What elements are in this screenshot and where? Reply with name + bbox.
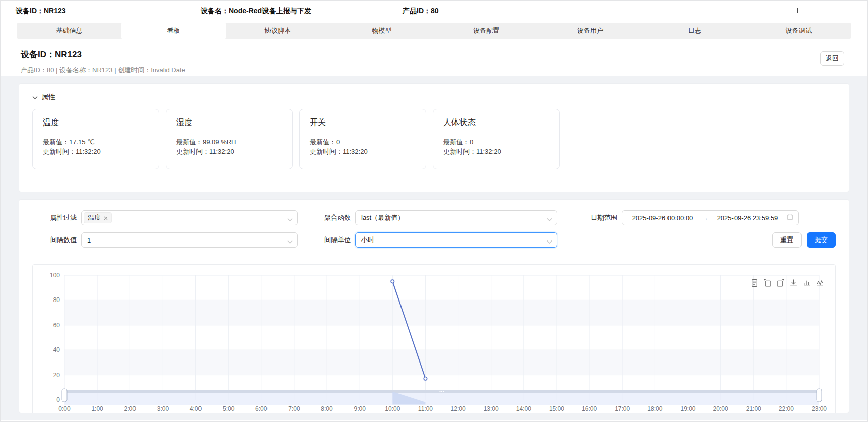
property-title: 温度 bbox=[43, 117, 149, 128]
x-axis-tick-label: 14:00 bbox=[516, 405, 531, 412]
filter-row-2: 间隔数值 1 间隔单位 小时 bbox=[32, 232, 836, 248]
x-axis-tick-label: 15:00 bbox=[549, 405, 564, 412]
property-updated-time: 更新时间：11:32:20 bbox=[443, 147, 549, 156]
x-axis-tick-label: 19:00 bbox=[680, 405, 695, 412]
aggregate-function-value: last（最新值） bbox=[361, 213, 404, 222]
page-title: 设备ID：NR123 bbox=[21, 49, 867, 61]
datazoom-handle-left[interactable] bbox=[62, 389, 67, 402]
x-axis-tick-label: 2:00 bbox=[124, 405, 137, 412]
x-axis-tick-label: 8:00 bbox=[321, 405, 333, 412]
y-axis-tick-label: 40 bbox=[53, 346, 60, 353]
chart-area[interactable]: 0204060801000:001:002:003:004:005:006:00… bbox=[32, 264, 836, 413]
data-point[interactable] bbox=[391, 280, 394, 283]
collapse-panel-icon[interactable] bbox=[792, 8, 798, 13]
property-latest-value: 最新值：0 bbox=[443, 137, 549, 147]
x-axis-tick-label: 3:00 bbox=[157, 405, 169, 412]
submit-button[interactable]: 提交 bbox=[807, 232, 836, 248]
reset-button[interactable]: 重置 bbox=[772, 232, 802, 248]
x-axis-tick-label: 0:00 bbox=[58, 405, 71, 412]
x-axis-tick-label: 18:00 bbox=[647, 405, 662, 412]
chevron-down-icon bbox=[287, 216, 293, 223]
x-axis-tick-label: 17:00 bbox=[615, 405, 630, 412]
toolbox-switch-bar-icon[interactable] bbox=[803, 279, 811, 287]
property-card: 开关最新值：0更新时间：11:32:20 bbox=[299, 109, 426, 169]
datazoom-slider[interactable] bbox=[64, 390, 819, 405]
attribute-filter-select[interactable]: 温度 bbox=[81, 210, 298, 225]
page-header: 设备ID：NR123 产品ID：80 | 设备名称：NR123 | 创建时间：I… bbox=[1, 39, 867, 76]
y-axis-tick-label: 60 bbox=[53, 322, 60, 329]
toolbox-save-as-image-icon[interactable] bbox=[789, 279, 798, 287]
property-updated-time: 更新时间：11:32:20 bbox=[176, 147, 282, 156]
aggregate-function-label: 聚合函数 bbox=[324, 213, 351, 222]
calendar-icon bbox=[787, 214, 793, 222]
interval-value-label: 间隔数值 bbox=[50, 235, 77, 245]
x-axis-tick-label: 20:00 bbox=[713, 405, 728, 412]
date-range-label: 日期范围 bbox=[591, 213, 617, 222]
query-card: 属性过滤 温度 聚合函数 bbox=[19, 199, 849, 413]
x-axis-tick-label: 12:00 bbox=[451, 405, 466, 412]
tab-item[interactable]: 设备用户 bbox=[538, 23, 642, 39]
filter-tag[interactable]: 温度 bbox=[84, 212, 112, 223]
property-card: 湿度最新值：99.09 %RH更新时间：11:32:20 bbox=[166, 109, 293, 169]
date-range-start[interactable]: 2025-09-26 00:00:00 bbox=[627, 214, 698, 222]
device-detail-window: 设备ID：NR123 设备名：Node-Red设备上报与下发 产品ID：80 基… bbox=[0, 0, 868, 422]
x-axis-tick-label: 22:00 bbox=[779, 405, 794, 412]
line-chart-canvas[interactable]: 0204060801000:001:002:003:004:005:006:00… bbox=[33, 265, 836, 413]
tag-close-icon[interactable] bbox=[104, 214, 108, 222]
toolbox-restore-icon[interactable] bbox=[776, 279, 785, 287]
topbar-product-id: 产品ID：80 bbox=[403, 7, 439, 16]
tab-bar: 基础信息看板协议脚本物模型设备配置设备用户日志设备调试 bbox=[17, 23, 851, 39]
chart-split-band bbox=[64, 350, 819, 375]
date-range-picker[interactable]: 2025-09-26 00:00:00 → 2025-09-26 23:59:5… bbox=[622, 210, 799, 225]
property-title: 湿度 bbox=[176, 117, 282, 128]
chevron-down-icon bbox=[547, 238, 552, 246]
tab-item[interactable]: 日志 bbox=[642, 23, 747, 39]
y-axis-tick-label: 20 bbox=[53, 372, 60, 379]
x-axis-tick-label: 7:00 bbox=[288, 405, 300, 412]
tab-item[interactable]: 基础信息 bbox=[17, 23, 121, 39]
x-axis-tick-label: 10:00 bbox=[385, 405, 400, 412]
tab-item[interactable]: 物模型 bbox=[330, 23, 434, 39]
x-axis-tick-label: 9:00 bbox=[354, 405, 366, 412]
interval-unit-select[interactable]: 小时 bbox=[355, 232, 557, 248]
date-range-end[interactable]: 2025-09-26 23:59:59 bbox=[712, 214, 783, 222]
back-button[interactable]: 返回 bbox=[820, 51, 844, 66]
attribute-filter-label: 属性过滤 bbox=[50, 213, 77, 222]
property-updated-time: 更新时间：11:32:20 bbox=[43, 147, 149, 156]
x-axis-tick-label: 11:00 bbox=[418, 405, 433, 412]
tab-item[interactable]: 设备配置 bbox=[434, 23, 539, 39]
tab-item[interactable]: 协议脚本 bbox=[226, 23, 330, 39]
x-axis-tick-label: 4:00 bbox=[190, 405, 202, 412]
properties-section-title: 属性 bbox=[41, 93, 55, 102]
property-cards-row: 温度最新值：17.15 ℃更新时间：11:32:20湿度最新值：99.09 %R… bbox=[32, 109, 836, 169]
properties-card: 属性 温度最新值：17.15 ℃更新时间：11:32:20湿度最新值：99.09… bbox=[19, 83, 849, 192]
toolbox-switch-line-icon[interactable] bbox=[816, 279, 824, 287]
y-axis-tick-label: 0 bbox=[56, 396, 60, 403]
property-updated-time: 更新时间：11:32:20 bbox=[310, 147, 416, 156]
filter-row-1: 属性过滤 温度 聚合函数 bbox=[32, 210, 836, 226]
data-point[interactable] bbox=[424, 377, 427, 380]
x-axis-tick-label: 23:00 bbox=[812, 405, 827, 412]
property-latest-value: 最新值：0 bbox=[310, 137, 416, 147]
x-axis-tick-label: 13:00 bbox=[484, 405, 499, 412]
filter-tag-label: 温度 bbox=[88, 213, 101, 222]
toolbox-data-view-icon[interactable] bbox=[750, 279, 759, 287]
property-title: 人体状态 bbox=[443, 117, 549, 128]
property-latest-value: 最新值：17.15 ℃ bbox=[43, 137, 149, 147]
toolbox-data-zoom-icon[interactable] bbox=[763, 279, 772, 287]
tab-item[interactable]: 设备调试 bbox=[747, 23, 851, 39]
x-axis-tick-label: 5:00 bbox=[223, 405, 235, 412]
page-subtitle: 产品ID：80 | 设备名称：NR123 | 创建时间：Invalid Date bbox=[21, 66, 867, 75]
property-title: 开关 bbox=[310, 117, 416, 128]
datazoom-handle-right[interactable] bbox=[817, 389, 822, 402]
chart-split-band bbox=[64, 300, 819, 325]
tab-item[interactable]: 看板 bbox=[121, 23, 226, 39]
chevron-down-icon bbox=[547, 216, 552, 223]
topbar-device-id: 设备ID：NR123 bbox=[16, 7, 66, 16]
properties-collapse-header[interactable]: 属性 bbox=[32, 89, 55, 106]
interval-value-select[interactable]: 1 bbox=[81, 232, 298, 248]
interval-unit-label: 间隔单位 bbox=[324, 235, 351, 245]
aggregate-function-select[interactable]: last（最新值） bbox=[355, 210, 557, 225]
chart-toolbox bbox=[750, 279, 824, 287]
x-axis-tick-label: 1:00 bbox=[91, 405, 103, 412]
